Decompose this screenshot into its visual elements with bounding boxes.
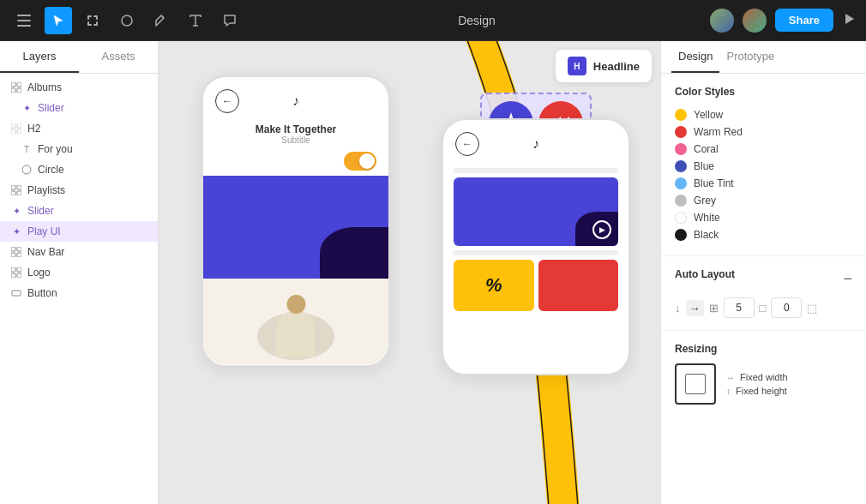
padding-icon[interactable]: □ bbox=[760, 302, 767, 315]
track-title: Make It Together bbox=[203, 123, 388, 135]
share-button[interactable]: Share bbox=[775, 9, 833, 32]
color-grey[interactable]: Grey bbox=[675, 192, 852, 209]
comment-tool[interactable] bbox=[216, 7, 244, 34]
tab-assets[interactable]: Assets bbox=[79, 41, 158, 73]
tab-design[interactable]: Design bbox=[671, 41, 719, 73]
back-button-left[interactable]: ← bbox=[215, 89, 239, 113]
align-icon[interactable]: ⊞ bbox=[709, 302, 719, 315]
person-figure bbox=[277, 295, 316, 357]
tab-prototype[interactable]: Prototype bbox=[719, 41, 781, 73]
layer-nav-bar[interactable]: Nav Bar bbox=[0, 242, 158, 262]
warm-red-dot bbox=[675, 126, 687, 138]
headline-icon: H bbox=[568, 57, 586, 75]
grid-icon-pl bbox=[10, 184, 22, 196]
arrow-right-icon[interactable]: → bbox=[686, 300, 704, 316]
color-coral[interactable]: Coral bbox=[675, 141, 852, 158]
blue-abstract-shape bbox=[320, 227, 388, 279]
svg-rect-25 bbox=[17, 185, 21, 189]
layer-label: Circle bbox=[38, 164, 64, 176]
layer-h2[interactable]: H2 bbox=[0, 118, 158, 139]
back-button-right[interactable]: ← bbox=[455, 132, 479, 156]
fixed-height-icon: ↕ bbox=[726, 387, 731, 396]
frame-tool[interactable] bbox=[79, 7, 106, 34]
phone-right: ← ♪ ▶ bbox=[442, 118, 630, 375]
color-white[interactable]: White bbox=[675, 209, 852, 226]
white-dot bbox=[675, 212, 687, 224]
grid-icon bbox=[10, 81, 22, 93]
layer-slider1[interactable]: ✦ Slider bbox=[0, 98, 158, 118]
main-area: Layers Assets Albums ✦ Slider H2 T bbox=[0, 41, 866, 504]
separator-bar bbox=[454, 250, 618, 255]
avatar-2[interactable] bbox=[743, 9, 767, 33]
coral-dot bbox=[675, 143, 687, 155]
right-phone-content: ▶ % bbox=[443, 163, 628, 316]
layer-albums[interactable]: Albums bbox=[0, 77, 158, 98]
gap-input[interactable]: 5 bbox=[724, 297, 755, 318]
svg-rect-18 bbox=[17, 88, 21, 93]
layer-label: Nav Bar bbox=[27, 246, 64, 258]
warm-red-label: Warm Red bbox=[694, 126, 743, 138]
pen-tool[interactable] bbox=[147, 7, 175, 34]
blue-tint-label: Blue Tint bbox=[694, 177, 734, 189]
phone-track-title: Make It Together Subtitle bbox=[203, 120, 388, 148]
color-blue-tint[interactable]: Blue Tint bbox=[675, 175, 852, 192]
component-icon2: ✦ bbox=[10, 205, 22, 217]
fixed-height-option[interactable]: ↕ Fixed height bbox=[726, 386, 788, 396]
resize-inner-box bbox=[685, 374, 706, 394]
back-arrow-right: ← bbox=[462, 138, 472, 150]
svg-rect-33 bbox=[17, 267, 21, 272]
left-panel: Layers Assets Albums ✦ Slider H2 T bbox=[0, 41, 159, 504]
toolbar-left bbox=[10, 7, 244, 34]
layer-playlists[interactable]: Playlists bbox=[0, 180, 158, 201]
color-warm-red[interactable]: Warm Red bbox=[675, 123, 852, 141]
color-styles-title: Color Styles bbox=[675, 86, 852, 98]
avatar-1[interactable] bbox=[710, 9, 734, 33]
svg-rect-31 bbox=[17, 253, 21, 257]
layer-play-ui[interactable]: ✦ Play UI bbox=[0, 221, 158, 242]
rectangle-icon bbox=[10, 287, 22, 299]
grey-label: Grey bbox=[694, 195, 716, 207]
toggle-area bbox=[203, 148, 388, 176]
svg-rect-32 bbox=[11, 267, 15, 272]
padding-input[interactable]: 0 bbox=[771, 297, 802, 318]
arrow-down-icon[interactable]: ↓ bbox=[675, 302, 681, 315]
svg-rect-0 bbox=[17, 15, 31, 16]
play-circle[interactable]: ▶ bbox=[592, 220, 611, 239]
resize-mode-icon[interactable]: ⬚ bbox=[807, 302, 817, 315]
layer-logo[interactable]: Logo bbox=[0, 262, 158, 283]
select-tool[interactable] bbox=[45, 7, 72, 34]
phone-left-content: ← ♪ Make It Together Subtitle bbox=[203, 77, 388, 365]
layer-button[interactable]: Button bbox=[0, 283, 158, 303]
canvas[interactable]: H Headline NEW! ← bbox=[159, 41, 660, 504]
toggle-switch[interactable] bbox=[344, 152, 376, 171]
text-tool[interactable] bbox=[182, 7, 209, 34]
layer-slider2[interactable]: ✦ Slider bbox=[0, 201, 158, 221]
fixed-width-option[interactable]: ↔ Fixed width bbox=[726, 372, 788, 382]
svg-rect-19 bbox=[11, 123, 15, 128]
tab-layers[interactable]: Layers bbox=[0, 41, 79, 73]
color-blue[interactable]: Blue bbox=[675, 158, 852, 175]
auto-layout-section: Auto Layout − ↓ → ⊞ 5 □ 0 ⬚ bbox=[661, 256, 866, 331]
layer-label: Button bbox=[27, 287, 57, 299]
white-label: White bbox=[694, 212, 720, 224]
yellow-dot bbox=[675, 109, 687, 121]
play-button[interactable] bbox=[842, 12, 856, 29]
auto-layout-collapse[interactable]: − bbox=[843, 270, 852, 288]
coral-label: Coral bbox=[694, 143, 719, 155]
svg-rect-15 bbox=[11, 82, 15, 87]
layer-for-you[interactable]: T For you bbox=[0, 139, 158, 159]
music-icon-left: ♪ bbox=[239, 93, 352, 109]
circle-tool[interactable] bbox=[113, 7, 141, 34]
yellow-card: % bbox=[454, 260, 534, 311]
toolbar: Design Share bbox=[0, 0, 866, 41]
color-black[interactable]: Black bbox=[675, 226, 852, 243]
grid-icon-logo bbox=[10, 267, 22, 279]
menu-button[interactable] bbox=[10, 7, 38, 34]
resize-box bbox=[675, 363, 716, 405]
svg-rect-10 bbox=[96, 21, 98, 26]
resizing-content: ↔ Fixed width ↕ Fixed height bbox=[675, 363, 852, 405]
layer-circle[interactable]: Circle bbox=[0, 159, 158, 180]
color-yellow[interactable]: Yellow bbox=[675, 106, 852, 123]
resizing-section: Resizing ↔ Fixed width ↕ Fixed height bbox=[661, 331, 866, 417]
bottom-cards: % bbox=[454, 260, 618, 311]
